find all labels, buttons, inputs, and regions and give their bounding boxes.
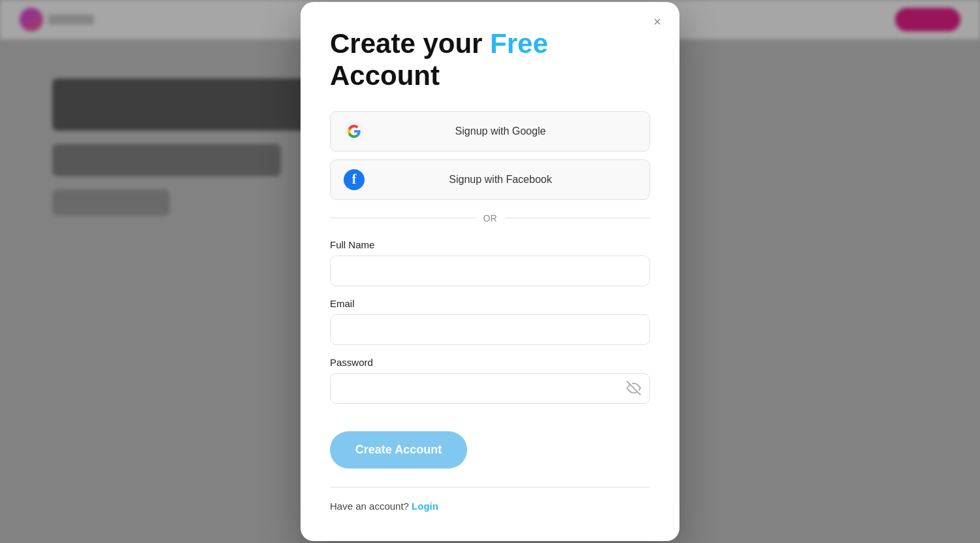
or-line-left [330, 218, 476, 218]
full-name-input[interactable] [330, 255, 650, 286]
modal-title-part2: Account [330, 60, 440, 91]
signup-modal: × Create your Free Account Signup with G… [301, 2, 679, 541]
have-account-text: Have an account? [330, 501, 409, 512]
or-text: OR [483, 213, 497, 223]
bottom-divider [330, 487, 650, 487]
password-input[interactable] [330, 373, 650, 404]
email-field-group: Email [330, 298, 650, 345]
facebook-icon: f [344, 169, 365, 190]
or-divider: OR [330, 213, 650, 223]
password-wrapper [330, 373, 650, 404]
modal-backdrop: × Create your Free Account Signup with G… [0, 0, 980, 543]
login-line: Have an account? Login [330, 501, 650, 512]
google-signup-button[interactable]: Signup with Google [330, 111, 650, 152]
create-account-button[interactable]: Create Account [330, 431, 467, 469]
modal-close-button[interactable]: × [648, 12, 666, 31]
password-toggle-button[interactable] [627, 381, 641, 395]
full-name-label: Full Name [330, 239, 650, 250]
modal-title-part1: Create your [330, 28, 490, 59]
modal-title: Create your Free Account [330, 28, 650, 91]
password-label: Password [330, 357, 650, 368]
google-icon [344, 121, 365, 142]
login-link[interactable]: Login [412, 501, 438, 512]
email-label: Email [330, 298, 650, 309]
google-signup-label: Signup with Google [365, 125, 636, 137]
facebook-signup-button[interactable]: f Signup with Facebook [330, 159, 650, 200]
full-name-field-group: Full Name [330, 239, 650, 286]
password-field-group: Password [330, 357, 650, 404]
facebook-icon-circle: f [344, 169, 365, 190]
email-input[interactable] [330, 314, 650, 345]
modal-title-free: Free [490, 28, 548, 59]
eye-off-icon [627, 381, 641, 395]
or-line-right [505, 218, 651, 218]
facebook-signup-label: Signup with Facebook [365, 174, 636, 186]
